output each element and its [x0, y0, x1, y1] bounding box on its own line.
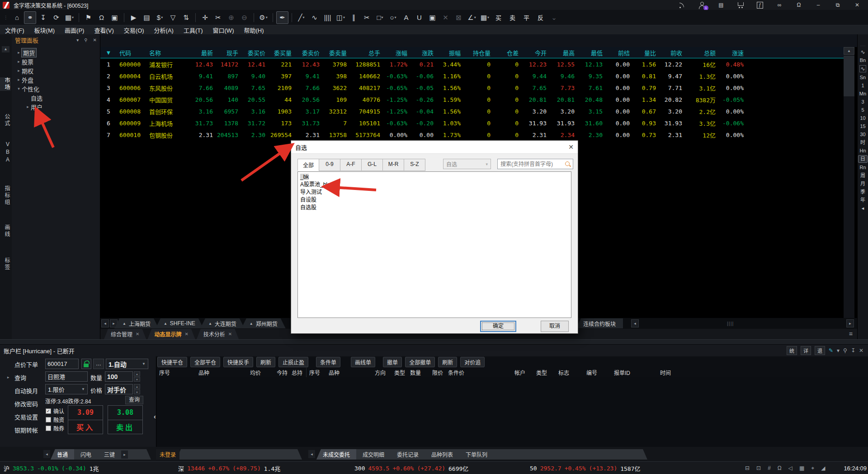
tree-node-label[interactable]: 外盘 [22, 76, 33, 84]
refresh-icon[interactable]: ⟳ [50, 11, 62, 24]
tree-node[interactable]: 自选 [12, 93, 100, 102]
scroll-up-icon[interactable]: ▲ [844, 47, 854, 55]
store-icon[interactable] [737, 1, 744, 9]
cancel-button[interactable]: 取消 [541, 321, 569, 332]
trade-menu-item[interactable]: 交易设置 [0, 412, 43, 422]
order-mode-tab[interactable]: 三键 [98, 449, 121, 460]
play-icon[interactable]: ▶ [127, 11, 140, 24]
collapse-toolbar-icon[interactable]: ⌄ [548, 11, 560, 24]
side-tab-3[interactable]: VBA [0, 141, 11, 164]
bars-tool-icon[interactable]: |||| [321, 11, 334, 24]
column-header[interactable]: 现手 [217, 48, 242, 57]
period-button[interactable]: 日 [858, 155, 868, 163]
column-header[interactable]: 委卖量 [324, 48, 351, 57]
download-icon[interactable]: ↧ [37, 11, 49, 24]
dock-down-icon[interactable]: ↧ [851, 347, 855, 354]
quantity-stepper[interactable]: ▲▼ [134, 371, 140, 382]
period-button[interactable]: 5 [861, 106, 864, 114]
page-tab[interactable]: 动态显示牌✕ [147, 329, 195, 339]
line-tool-icon[interactable]: ╱▾ [295, 11, 307, 24]
horizontal-splitter[interactable] [0, 339, 868, 345]
tab-list-icon[interactable]: ≡ [849, 330, 853, 337]
trade-action-button[interactable]: 卖 [506, 13, 519, 22]
table-row[interactable]: 4600007中国国贸20.5614020.554420.5610940776-… [100, 94, 844, 105]
dialog-category-select[interactable]: 自选 ▾ [443, 159, 491, 169]
trade-toolbar-button[interactable]: 条件单 [316, 357, 340, 367]
tabs-scroll-left-icon[interactable]: ◂ [308, 450, 315, 458]
column-header[interactable]: 委买量 [269, 48, 296, 57]
strip-collapse-icon[interactable]: ◂ [862, 204, 864, 212]
market-tab[interactable]: ▲大连期货 [200, 318, 245, 328]
list-item[interactable]: 导入测试 [300, 189, 569, 196]
market-tab[interactable]: ▲SHFE-INE [156, 318, 203, 328]
period-button[interactable]: Bn [860, 56, 866, 64]
period-button[interactable]: Hn [859, 147, 866, 155]
period-button[interactable]: 月 [860, 180, 865, 188]
column-header[interactable]: 最新 [190, 48, 217, 57]
side-tab-4[interactable]: 指标组 [0, 185, 11, 206]
column-header[interactable]: 均价 [237, 369, 265, 376]
unlink-icon[interactable]: ✂ [212, 11, 224, 24]
side-tab-5[interactable]: 画线 [0, 224, 11, 238]
list-item[interactable]: _bk [300, 173, 569, 181]
chevron-down-icon[interactable]: ▾ [837, 347, 840, 354]
tree-node-label[interactable]: 个性化 [22, 85, 39, 93]
rect-tool-icon[interactable]: □▾ [374, 11, 386, 24]
trade-menu-item[interactable]: 银期转帐 [0, 425, 43, 435]
filter-icon[interactable]: ▽ [167, 11, 179, 24]
column-header[interactable]: 名称 [146, 48, 190, 57]
column-header[interactable]: 总额 [686, 48, 720, 57]
market-tab-partial[interactable]: 连续合约板块 [576, 318, 623, 328]
tree-node[interactable]: ▸用户 [12, 102, 100, 111]
tick-chart-icon[interactable]: ∿ [860, 48, 865, 56]
column-header[interactable]: 品种 [326, 369, 372, 376]
tree-node-label[interactable]: 股票 [22, 57, 33, 66]
alarm-icon[interactable]: Ω [778, 465, 782, 471]
tree-node[interactable]: ▸期权 [12, 66, 100, 75]
grid-icon[interactable]: ▦ [799, 465, 804, 471]
dialog-tab[interactable]: A-F [340, 159, 362, 171]
hatch-tool-icon[interactable]: ∥ [348, 11, 360, 24]
menu-item[interactable]: 查看(V) [89, 26, 118, 34]
code-input[interactable] [45, 359, 79, 369]
close-icon[interactable]: ✕ [859, 347, 863, 354]
trade-action-button[interactable]: 买 [492, 13, 505, 22]
chevron-right-icon[interactable]: ▸ [16, 77, 22, 82]
report-icon[interactable]: ▤ [141, 11, 153, 24]
page-tab[interactable]: 综合管理✕ [104, 329, 146, 339]
tree-node[interactable]: ▾个性化 [12, 84, 100, 93]
side-tab-1[interactable]: 市场 [0, 77, 11, 91]
tab-close-icon[interactable]: ✕ [136, 332, 139, 337]
unlock-icon[interactable] [81, 359, 91, 369]
column-header[interactable]: 最低 [579, 48, 607, 57]
list-item[interactable]: A股票池_bk [300, 181, 569, 189]
column-header[interactable]: 总手 [351, 48, 384, 57]
period-button[interactable]: 3 [861, 98, 864, 106]
table-scrollbar[interactable]: ▲ [844, 47, 854, 318]
page-tab[interactable]: 技术分析✕ [197, 329, 239, 339]
kline-tool-icon[interactable]: ◫▾ [335, 11, 347, 24]
dock-scroll-up-icon[interactable]: ▲ [2, 46, 9, 52]
tree-node-label[interactable]: 期权 [22, 66, 33, 75]
snapshot-icon[interactable]: ▣ [108, 11, 121, 24]
dialog-tab[interactable]: 0-9 [319, 159, 340, 171]
minimize-icon[interactable]: – [815, 1, 822, 9]
column-header[interactable]: 条件价 [447, 369, 468, 376]
lock-tool-icon[interactable]: ⊠ [453, 11, 465, 24]
column-header[interactable]: 数量 [409, 369, 425, 376]
checkbox-2[interactable]: 融资 [46, 416, 64, 423]
menu-item[interactable]: 交易(O) [119, 26, 149, 34]
column-header[interactable]: 方向 [372, 369, 390, 376]
table-row[interactable]: 1600000浦发银行12.431417212.4122112.43379812… [100, 58, 844, 70]
column-header[interactable]: 涨幅 [384, 48, 411, 57]
dialog-tab[interactable]: M-R [382, 159, 404, 171]
user-icon[interactable]: 1 [698, 1, 705, 9]
buy-button[interactable]: 买入 [68, 420, 103, 434]
trade-toolbar-button[interactable]: 刷新 [438, 357, 457, 367]
period-button[interactable]: Mn [859, 90, 866, 98]
column-header[interactable]: 序号 [307, 369, 326, 376]
chevron-down-icon[interactable]: ▾ [16, 86, 22, 91]
column-header[interactable]: 量比 [634, 48, 660, 57]
trade-toolbar-button[interactable]: 快捷平仓 [157, 357, 187, 367]
tabs-scroll-right-icon[interactable]: ▸ [121, 450, 128, 459]
